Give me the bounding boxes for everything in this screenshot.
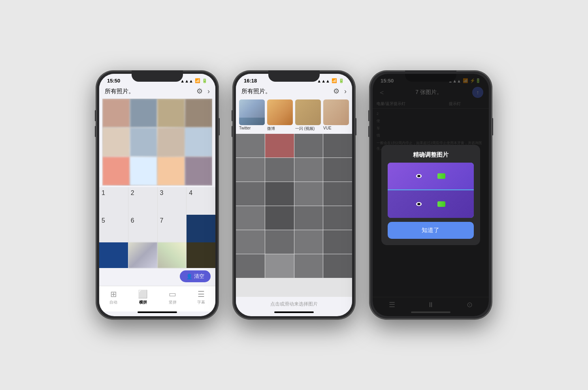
tab-horizontal-icon: ⬜ <box>138 289 148 299</box>
album-yishan-thumb <box>295 99 321 125</box>
scroll-photo[interactable] <box>236 158 265 182</box>
weibo-img <box>267 99 293 125</box>
tab-caption-label: 字幕 <box>197 300 205 305</box>
modal-confirm-button[interactable]: 知道了 <box>388 222 474 239</box>
scroll-photo[interactable] <box>323 206 352 230</box>
bottom-hint-text: 点击或滑动来选择图片 <box>270 301 318 307</box>
vol-down-button-3[interactable] <box>368 126 369 137</box>
arrow-icon-1[interactable]: › <box>207 87 210 96</box>
scroll-photo[interactable] <box>265 254 294 278</box>
scroll-photo[interactable] <box>323 182 352 206</box>
tab-horizontal[interactable]: ⬜ 横拼 <box>138 289 148 305</box>
numbered-cell-5[interactable]: 5 <box>99 215 128 242</box>
album-twitter-label: Twitter <box>239 126 251 130</box>
mosaic-cell <box>157 99 185 128</box>
tab-auto[interactable]: ⊞ 自动 <box>109 289 117 305</box>
fish-eye-1 <box>416 174 422 178</box>
album-weibo[interactable]: 微博 <box>267 99 293 131</box>
vue-img <box>323 99 349 125</box>
cell-number-3: 3 <box>160 189 164 197</box>
scroll-photo[interactable] <box>294 230 323 254</box>
mosaic-cell <box>185 99 213 128</box>
mosaic-cell <box>102 99 130 128</box>
bottom-row-photos <box>99 242 215 268</box>
cell-number-5: 5 <box>102 217 105 224</box>
scroll-photo[interactable] <box>265 134 294 158</box>
mosaic-cell <box>130 157 158 186</box>
scroll-photo[interactable] <box>294 206 323 230</box>
mosaic-cell <box>157 128 185 156</box>
numbered-cell-6[interactable]: 6 <box>128 215 157 242</box>
vol-down-button[interactable] <box>95 126 96 137</box>
album-yishan[interactable]: 一闪 (视频) <box>295 99 321 131</box>
nav-bar-2: 所有照片。 ⚙ › <box>236 85 352 97</box>
tab-vertical[interactable]: ▭ 竖拼 <box>169 289 177 305</box>
photo-cell-blue-car[interactable] <box>99 242 128 268</box>
gear-icon-2[interactable]: ⚙ <box>333 87 339 96</box>
scroll-photo[interactable] <box>265 182 294 206</box>
tab-horizontal-label: 横拼 <box>139 300 147 305</box>
album-vue-thumb <box>323 99 349 125</box>
album-weibo-label: 微博 <box>267 126 275 131</box>
photo-cell-mosaic2[interactable] <box>158 242 187 268</box>
power-button-2[interactable] <box>355 118 356 135</box>
cell-number-7: 7 <box>160 217 164 224</box>
power-button[interactable] <box>219 118 220 135</box>
scroll-photo[interactable] <box>323 254 352 278</box>
album-vue[interactable]: VUE <box>323 99 349 131</box>
scroll-photo[interactable] <box>323 134 352 158</box>
power-button-3[interactable] <box>492 118 493 135</box>
scroll-photo[interactable] <box>236 230 265 254</box>
photo-cell-mosaic1[interactable] <box>128 242 157 268</box>
vol-up-button-3[interactable] <box>368 110 369 121</box>
clear-button[interactable]: 👤 清空 <box>180 270 211 282</box>
tab-vertical-label: 竖拼 <box>169 300 177 305</box>
fish-lower <box>388 190 474 218</box>
numbered-cell-1[interactable]: 1 <box>99 187 128 215</box>
gear-icon-1[interactable]: ⚙ <box>196 87 203 96</box>
scroll-photo[interactable] <box>236 206 265 230</box>
numbered-cell-car[interactable] <box>187 215 215 242</box>
clear-btn-row: 👤 清空 <box>99 268 215 285</box>
cell-number-4: 4 <box>189 189 192 197</box>
photo-scroll-grid[interactable] <box>236 134 352 297</box>
clear-label: 清空 <box>194 273 204 280</box>
arrow-icon-2[interactable]: › <box>344 87 347 96</box>
mosaic-cell <box>130 128 158 156</box>
vol-up-button[interactable] <box>95 110 96 121</box>
scroll-photo[interactable] <box>323 230 352 254</box>
vol-down-button-2[interactable] <box>232 126 233 137</box>
numbered-cell-3[interactable]: 3 <box>158 187 187 215</box>
scroll-photo[interactable] <box>294 134 323 158</box>
scroll-photo[interactable] <box>236 182 265 206</box>
scroll-photo[interactable] <box>294 182 323 206</box>
numbered-cell-2[interactable]: 2 <box>128 187 157 215</box>
cell-number-1: 1 <box>102 189 105 197</box>
tab-bar-1: ⊞ 自动 ⬜ 横拼 ▭ 竖拼 ☰ 字幕 <box>99 286 215 311</box>
album-twitter[interactable]: Twitter <box>239 99 265 131</box>
photo-cell-dark[interactable] <box>187 242 215 268</box>
time-2: 16:18 <box>244 78 257 84</box>
phone-2: 16:18 ▲▲▲ 📶 🔋 所有照片。 ⚙ › Twitte <box>233 71 355 319</box>
scroll-photo[interactable] <box>236 134 265 158</box>
phone3-content: 电量/蓝牙提示灯 提示灯 2 使 车 情 一般会在1到2周内停止，如果超过2周应… <box>373 99 489 297</box>
scroll-photo[interactable] <box>265 158 294 182</box>
scroll-photo[interactable] <box>323 158 352 182</box>
scroll-photo[interactable] <box>265 230 294 254</box>
fish-eye-2 <box>416 202 422 206</box>
twitter-img <box>239 99 265 125</box>
tab-caption[interactable]: ☰ 字幕 <box>197 289 205 305</box>
status-icons-2: ▲▲▲ 📶 🔋 <box>317 78 344 83</box>
home-indicator-1 <box>138 311 177 313</box>
vol-up-button-2[interactable] <box>232 110 233 121</box>
phone-1-screen: 15:50 ▲▲▲ 📶 🔋 所有照片。 ⚙ › <box>99 74 215 316</box>
mosaic-cell <box>102 128 130 156</box>
scroll-photo[interactable] <box>294 254 323 278</box>
album-vue-label: VUE <box>323 126 332 130</box>
numbered-cell-4[interactable]: 4 <box>187 187 215 215</box>
scroll-photo[interactable] <box>265 206 294 230</box>
scroll-photo[interactable] <box>236 254 265 278</box>
numbered-grid-2: 5 6 7 <box>99 215 215 242</box>
numbered-cell-7[interactable]: 7 <box>158 215 187 242</box>
scroll-photo[interactable] <box>294 158 323 182</box>
